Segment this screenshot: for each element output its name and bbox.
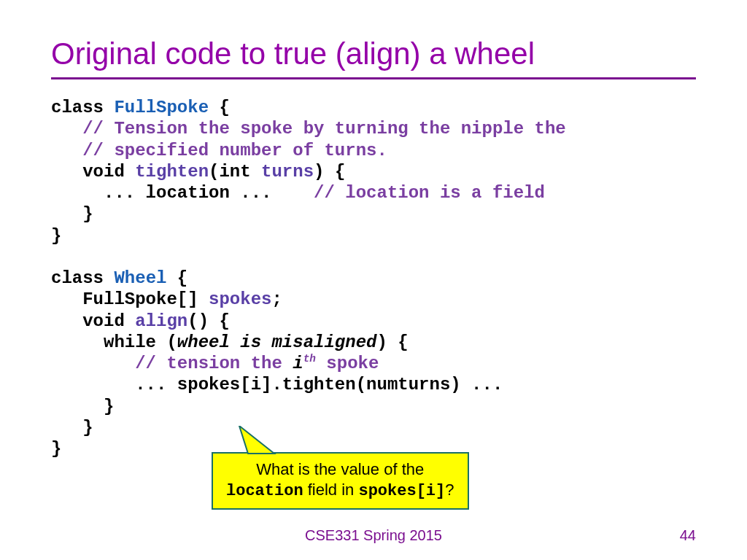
slide: Original code to true (align) a wheel cl… — [0, 0, 747, 560]
title-underline — [51, 77, 696, 79]
brace: { — [209, 98, 230, 117]
semicolon: ; — [271, 289, 282, 309]
brace: } — [51, 226, 61, 246]
svg-marker-0 — [239, 426, 274, 454]
class-name-fullspoke: FullSpoke — [114, 98, 209, 117]
brace: } — [51, 204, 93, 224]
callout-box: What is the value of the location field … — [212, 452, 469, 510]
keyword-while: while ( — [51, 332, 177, 352]
brace: { — [166, 268, 187, 288]
callout-q: ? — [445, 481, 454, 499]
comment: // Tension the spoke by turning the nipp… — [51, 119, 566, 139]
brace: } — [51, 439, 61, 459]
field-type: FullSpoke[] — [51, 289, 209, 309]
callout-spokes: spokes[i] — [358, 482, 445, 500]
param-turns: turns — [261, 162, 314, 182]
comment: // tension the ith spoke — [51, 354, 379, 373]
condition: wheel is misaligned — [177, 332, 377, 352]
keyword-class: class — [51, 98, 114, 117]
code-call: ... spokes[i].tighten(numturns) ... — [51, 375, 503, 394]
keyword-void: void — [51, 311, 135, 331]
keyword-class: class — [51, 268, 114, 288]
callout: What is the value of the location field … — [212, 452, 469, 510]
code-body: ... location ... — [51, 183, 314, 203]
callout-location: location — [226, 482, 303, 500]
method-tighten: tighten — [135, 162, 209, 182]
page-number: 44 — [680, 527, 696, 544]
paren: ) { — [376, 332, 408, 352]
brace: } — [51, 397, 114, 416]
brace: } — [51, 418, 93, 438]
keyword-void: void — [51, 162, 135, 182]
method-align: align — [135, 311, 187, 331]
callout-arrow-icon — [233, 426, 285, 456]
paren: (int — [209, 162, 261, 182]
field-spokes: spokes — [209, 289, 271, 309]
comment: // specified number of turns. — [51, 141, 387, 160]
slide-title: Original code to true (align) a wheel — [51, 36, 696, 71]
comment: // location is a field — [314, 183, 545, 203]
callout-mid: field in — [303, 481, 359, 499]
class-name-wheel: Wheel — [114, 268, 166, 288]
callout-line1: What is the value of the — [256, 460, 424, 478]
code-block: class FullSpoke { // Tension the spoke b… — [51, 97, 696, 460]
paren: ) { — [314, 162, 345, 182]
paren: () { — [187, 311, 230, 331]
footer-text: CSE331 Spring 2015 — [0, 527, 747, 544]
